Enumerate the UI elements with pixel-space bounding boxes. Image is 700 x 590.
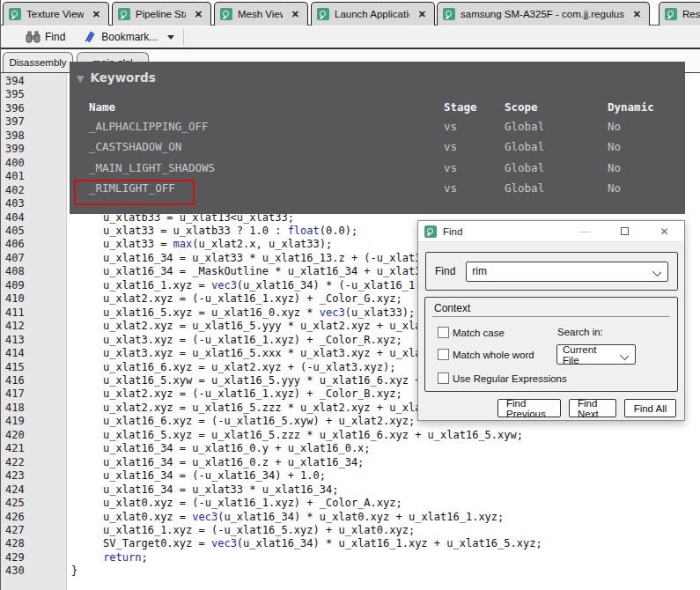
app-tab[interactable]: Mesh Viewer✕ — [214, 2, 308, 26]
code-text: return; — [67, 551, 148, 564]
column-name: Name — [89, 99, 444, 116]
app-tab-label: Mesh Viewer — [238, 9, 283, 19]
match-whole-word-checkbox[interactable] — [438, 349, 449, 360]
code-text: SV_Target0.xyz = vec3(u_xlat16_34) * u_x… — [67, 537, 542, 550]
find-button-label: Find — [45, 31, 65, 43]
tab-close-icon[interactable]: ✕ — [193, 9, 204, 20]
keyword-row[interactable]: _ALPHACLIPPING_OFFvsGlobalNo — [70, 116, 685, 136]
line-number: 416 — [1, 374, 67, 387]
tab-close-icon[interactable]: ✕ — [290, 9, 301, 20]
code-line[interactable]: 426 u_xlat0.xyz = vec3(u_xlat16_34) * u_… — [1, 511, 700, 524]
keyword-row[interactable]: _CASTSHADOW_ONvsGlobalNo — [70, 136, 685, 157]
keyword-dynamic: No — [608, 136, 685, 157]
app-tab-bar: Texture Viewer✕Pipeline State✕Mesh Viewe… — [1, 0, 700, 26]
use-regex-checkbox-row: Use Regular Expressions — [438, 372, 567, 384]
maximize-button[interactable] — [605, 225, 645, 238]
app-tab[interactable]: Pipeline State✕ — [112, 2, 211, 26]
line-number: 421 — [1, 442, 67, 455]
code-line[interactable]: 428 SV_Target0.xyz = vec3(u_xlat16_34) *… — [1, 537, 700, 550]
search-in-select[interactable]: Current File — [556, 344, 636, 365]
code-text: u_xlat16_34 = u_xlat16_0.y + u_xlat16_0.… — [67, 442, 371, 455]
find-dialog: Find — ✕ Find rim Context Match case — [417, 220, 685, 421]
find-input[interactable]: rim — [466, 262, 668, 282]
renderdoc-icon — [443, 8, 455, 20]
tab-close-icon[interactable]: ✕ — [631, 9, 643, 20]
line-number: 415 — [1, 361, 67, 374]
line-number: 410 — [1, 292, 67, 306]
keyword-scope: Global — [505, 158, 608, 178]
line-number: 427 — [1, 524, 67, 537]
keyword-stage: vs — [444, 116, 505, 136]
column-stage: Stage — [444, 99, 505, 116]
bookmark-button-label: Bookmark... — [101, 31, 158, 43]
app-tab-label: Pipeline State — [136, 9, 186, 19]
app-tab[interactable]: Texture Viewer✕ — [3, 2, 109, 26]
renderdoc-icon — [665, 8, 677, 20]
app-tab[interactable]: samsung SM-A325F - com.jj.regulus.andro.… — [437, 2, 650, 26]
line-number: 397 — [1, 115, 67, 129]
code-line[interactable]: 425 u_xlat0.xyz = (-u_xlat16_1.xyz) + _C… — [1, 497, 700, 510]
line-number: 398 — [1, 129, 67, 143]
line-number: 400 — [1, 157, 67, 170]
code-line[interactable]: 422 u_xlat16_34 = u_xlat16_0.z + u_xlat1… — [1, 456, 700, 469]
chevron-down-icon[interactable] — [653, 267, 662, 276]
code-text: u_xlat2.xyz = (-u_xlat16_1.xyz) + _Color… — [67, 292, 402, 306]
code-line[interactable]: 421 u_xlat16_34 = u_xlat16_0.y + u_xlat1… — [1, 442, 700, 455]
app-tab-label: samsung SM-A325F - com.jj.regulus.andro.… — [461, 9, 624, 19]
line-number: 407 — [1, 252, 67, 265]
tab-disassembly-label: Disassembly — [9, 57, 66, 68]
code-text: u_xlat16_34 = u_xlat33 * u_xlat16_13.z +… — [67, 252, 440, 265]
line-number: 418 — [1, 402, 67, 415]
line-number: 402 — [1, 184, 67, 197]
keywords-table-header: Name Stage Scope Dynamic — [70, 99, 685, 116]
code-text: u_xlat16_5.xyz = u_xlat16_0.xyz * vec3(u… — [67, 306, 415, 320]
tab-close-icon[interactable]: ✕ — [91, 9, 102, 20]
bookmark-button[interactable]: Bookmark... — [77, 28, 180, 46]
tab-close-icon[interactable]: ✕ — [416, 9, 428, 20]
find-all-button[interactable]: Find All — [624, 399, 676, 417]
line-number: 430 — [1, 564, 67, 578]
tab-disassembly[interactable]: Disassembly — [3, 52, 73, 72]
bookmark-dropdown-arrow-icon[interactable] — [167, 35, 174, 40]
keyword-name: _CASTSHADOW_ON — [89, 136, 444, 157]
find-previous-button[interactable]: Find Previous — [497, 399, 561, 417]
renderdoc-icon — [118, 8, 130, 20]
app-tab[interactable]: Launch Application✕ — [311, 2, 435, 26]
column-scope: Scope — [505, 99, 608, 116]
use-regex-label: Use Regular Expressions — [453, 373, 567, 384]
search-in-value: Current File — [563, 344, 615, 365]
find-button[interactable]: Find — [20, 29, 70, 45]
match-case-checkbox[interactable] — [438, 327, 449, 338]
code-line[interactable]: 430} — [1, 564, 700, 578]
keywords-panel-title[interactable]: ▼Keywords — [70, 62, 685, 86]
code-line[interactable]: 424 u_xlat16_34 = u_xlat33 * u_xlat16_34… — [1, 483, 700, 497]
code-text: u_xlat16_34 = (-u_xlat16_34) + 1.0; — [67, 469, 326, 483]
renderdoc-icon — [424, 225, 437, 238]
keyword-scope: Global — [505, 116, 608, 136]
bookmark-icon — [83, 30, 97, 44]
line-number: 417 — [1, 387, 67, 401]
code-line[interactable]: 423 u_xlat16_34 = (-u_xlat16_34) + 1.0; — [1, 469, 700, 483]
find-field-label: Find — [435, 265, 455, 277]
code-line[interactable]: 429 return; — [1, 551, 700, 564]
use-regex-checkbox[interactable] — [438, 372, 449, 384]
find-input-value: rim — [472, 265, 487, 277]
code-line[interactable]: 420 u_xlat16_5.xyz = u_xlat16_5.zzz * u_… — [1, 429, 700, 442]
app-tab[interactable]: Resou — [659, 2, 700, 26]
collapse-triangle-icon[interactable]: ▼ — [77, 73, 84, 85]
code-text: u_xlat16_1.xyz = (-u_xlat16_5.xyz) + u_x… — [67, 524, 415, 537]
context-group-title: Context — [434, 302, 470, 314]
renderdoc-icon — [9, 8, 21, 20]
code-text: u_xlat16_6.xyz = u_xlat2.xyz + (-u_xlat3… — [67, 361, 395, 374]
chevron-down-icon[interactable] — [621, 350, 630, 359]
find-dialog-titlebar[interactable]: Find — ✕ — [418, 221, 684, 242]
line-number: 429 — [1, 551, 67, 564]
code-line[interactable]: 427 u_xlat16_1.xyz = (-u_xlat16_5.xyz) +… — [1, 524, 700, 537]
close-button[interactable]: ✕ — [645, 225, 684, 238]
line-number: 399 — [1, 143, 67, 156]
find-input-group: Find rim — [425, 252, 678, 291]
find-next-button[interactable]: Find Next — [569, 399, 616, 417]
keyword-row[interactable]: _MAIN_LIGHT_SHADOWSvsGlobalNo — [70, 158, 685, 178]
keyword-scope: Global — [505, 136, 608, 157]
keyword-stage: vs — [444, 158, 505, 178]
